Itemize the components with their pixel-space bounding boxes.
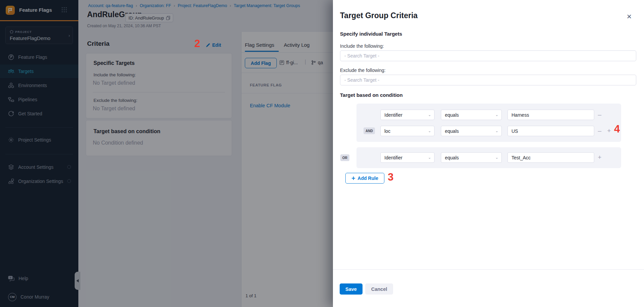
operator-value: equals [445,112,459,118]
attribute-select[interactable]: Identifier ⌄ [380,152,434,163]
remove-condition-button[interactable]: – [596,127,603,135]
target-group-criteria-drawer: Target Group Criteria ✕ Specify individu… [333,0,644,307]
operator-value: equals [445,128,459,134]
chevron-down-icon: ⌄ [428,155,431,160]
save-button[interactable]: Save [340,283,363,295]
attribute-value: Identifier [384,112,403,118]
operator-select[interactable]: equals ⌄ [441,152,502,163]
annotation-step-3: 3 [388,172,393,182]
chevron-down-icon: ⌄ [495,155,498,160]
chevron-down-icon: ⌄ [495,129,498,133]
footer-divider [333,269,644,270]
attribute-value: Identifier [384,155,403,160]
add-rule-button[interactable]: Add Rule [345,173,384,184]
exclude-following-label: Exclude the following: [340,68,385,73]
target-condition-heading: Target based on condition [340,92,403,98]
chevron-down-icon: ⌄ [428,129,431,133]
chevron-down-icon: ⌄ [495,113,498,117]
rule-group-2: Identifier ⌄ equals ⌄ + [356,147,621,168]
or-connector-chip: OR [340,154,349,161]
rule-group-1: Identifier ⌄ equals ⌄ – AND loc ⌄ equals… [356,104,621,142]
app-root: Feature Flags PROJECT FeatureFlagDemo › … [0,0,644,307]
drawer-title: Target Group Criteria [340,11,418,20]
specify-targets-heading: Specify individual Targets [340,31,402,37]
value-input[interactable] [507,126,594,136]
attribute-select[interactable]: Identifier ⌄ [380,110,434,120]
operator-value: equals [445,155,459,160]
include-target-search-input[interactable] [340,50,636,61]
chevron-down-icon: ⌄ [428,113,431,117]
cancel-button[interactable]: Cancel [365,283,393,295]
modal-backdrop[interactable] [0,0,333,307]
add-condition-button[interactable]: + [605,127,613,135]
include-following-label: Include the following: [340,43,384,49]
add-condition-button[interactable]: + [596,154,603,161]
add-rule-label: Add Rule [357,176,378,181]
value-input[interactable] [507,110,594,120]
operator-select[interactable]: equals ⌄ [441,126,502,136]
annotation-step-4: 4 [614,124,620,134]
attribute-value: loc [384,128,390,134]
annotation-step-2: 2 [194,38,200,49]
operator-select[interactable]: equals ⌄ [441,110,502,120]
attribute-select[interactable]: loc ⌄ [380,126,434,136]
close-icon[interactable]: ✕ [626,13,633,20]
and-connector-chip: AND [364,127,375,134]
plus-icon [351,176,355,180]
value-input[interactable] [507,152,594,163]
exclude-target-search-input[interactable] [340,75,636,85]
remove-condition-button[interactable]: – [596,111,603,118]
